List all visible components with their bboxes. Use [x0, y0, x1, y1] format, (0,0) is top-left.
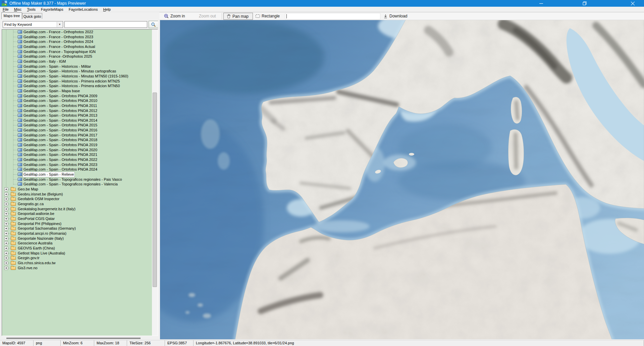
tree-item[interactable]: GeaMap.com - France - Orthophotos 2022 — [2, 30, 152, 35]
tree-item[interactable]: GeaMap.com - Spain - Historicos - Primer… — [2, 83, 152, 89]
expand-plus-icon[interactable] — [4, 192, 8, 196]
search-input[interactable] — [64, 21, 147, 28]
tree-item[interactable]: GeaMap.com - Spain - Ortofotos PNOA 2015 — [2, 123, 152, 128]
tree-folder-item[interactable]: Geogratis.gc.ca — [2, 201, 152, 207]
tree-folder-item[interactable]: Getlost Maps Live (Australia) — [2, 251, 152, 256]
expand-plus-icon[interactable] — [4, 256, 8, 260]
rectangle-select-button[interactable]: Rectangle — [256, 12, 280, 20]
download-button[interactable]: Download — [383, 12, 407, 20]
tree-item[interactable]: GeaMap.com - France - Orthophotos 2024 — [2, 39, 152, 44]
menu-item-favoritelocations[interactable]: FavoriteLocations — [66, 7, 101, 12]
menu-item-tools[interactable]: Tools — [24, 7, 38, 12]
close-button[interactable] — [625, 0, 640, 7]
expand-plus-icon[interactable] — [4, 217, 8, 221]
relief-map — [160, 20, 644, 339]
tree-item[interactable]: GeaMap.com - France - Topographique IGN — [2, 49, 152, 54]
tree-item[interactable]: GeaMap.com - Spain - Topograficos region… — [2, 182, 152, 187]
tree-item[interactable]: GeaMap.com - Spain - Ortofotos PNOA 2023 — [2, 162, 152, 167]
tree-folder-item[interactable]: Geofabrik OSM Inspector — [2, 196, 152, 201]
tree-vertical-scrollbar[interactable] — [152, 30, 158, 336]
zoom-out-button-disabled[interactable]: Zoom out — [199, 12, 216, 20]
tree-item[interactable]: GeaMap.com - Spain - Ortofotos PNOA 2011 — [2, 103, 152, 108]
tab-maps-tree[interactable]: Maps tree — [1, 12, 22, 19]
tree-item[interactable]: GeaMap.com - Spain - Ortofotos PNOA 2010 — [2, 98, 152, 103]
minimize-button[interactable] — [533, 0, 549, 7]
menu-item-misc[interactable]: Misc — [11, 7, 24, 12]
tree-item[interactable]: GeaMap.com - Spain - Ortofotos PNOA 2018 — [2, 137, 152, 142]
expand-plus-icon[interactable] — [4, 237, 8, 240]
tree-item[interactable]: GeaMap.com - Spain - Ortofotos PNOA 2013 — [2, 113, 152, 118]
tree-item[interactable]: GeaMap.com - Spain - Ortofotos PNOA 2017 — [2, 133, 152, 138]
expand-plus-icon[interactable] — [4, 207, 8, 211]
tree-folder-item[interactable]: Geoportale Nazionale (Italy) — [2, 236, 152, 241]
expand-plus-icon[interactable] — [4, 261, 8, 265]
tree-folder-item[interactable]: GeoPortal CGIS Qatar — [2, 216, 152, 221]
tree-item[interactable]: GeaMap.com - Spain - Topograficos region… — [2, 177, 152, 182]
tree-folder-item[interactable]: Geo.be Map — [2, 187, 152, 192]
tree-item[interactable]: GeaMap.com - Spain - Historicos - Milita… — [2, 64, 152, 69]
search-button[interactable] — [149, 21, 158, 28]
tree-item[interactable]: GeaMap.com - Spain - Ortofotos PNOA 2009 — [2, 94, 152, 99]
tree-folder-item[interactable]: Gis3.nve.no — [2, 266, 152, 271]
tree-item[interactable]: GeaMap.com - Spain - Relieve — [2, 172, 152, 177]
tree-item[interactable]: GeaMap.com - Spain - Historicos - Minuta… — [2, 69, 152, 74]
app-icon — [2, 1, 7, 6]
tree-item[interactable]: GeaMap.com - Spain - Ortofotos PNOA 2016 — [2, 128, 152, 133]
tree-folder-item[interactable]: Gezgin.gov.tr — [2, 255, 152, 261]
tree-item[interactable]: GeaMap.com - Spain - Ortofotos PNOA 2012 — [2, 108, 152, 113]
map-layer-icon — [18, 40, 22, 43]
tree-folder-item[interactable]: Geokatalog.buergernetz.bz.it (Italy) — [2, 207, 152, 212]
restore-button[interactable] — [577, 0, 592, 7]
folder-icon — [11, 212, 16, 216]
tree-folder-item[interactable]: Geoportal PH (Philippines) — [2, 221, 152, 226]
status-segment: EPSG:3857 — [165, 340, 194, 346]
expand-plus-icon[interactable] — [4, 222, 8, 226]
tree-folder-item[interactable]: Gis.rchss.sinica.edu.tw — [2, 261, 152, 266]
tree-item[interactable]: GeaMap.com - France - Orthophotos Actual — [2, 44, 152, 49]
menu-item-file[interactable]: File — [0, 7, 11, 12]
tree-folder-item[interactable]: Geobru.irisnet.be (Belgium) — [2, 192, 152, 197]
pan-map-button-active[interactable]: Pan map — [223, 13, 253, 20]
tree-item[interactable]: GeaMap.com - Spain - Historicos - Primer… — [2, 79, 152, 84]
map-viewport[interactable] — [160, 20, 644, 339]
tree-item[interactable]: GeaMap.com - Spain - Ortofotos PNOA 2021 — [2, 152, 152, 157]
tree-folder-item[interactable]: Geoportal.ancpi.ro (Romania) — [2, 231, 152, 236]
tree-horizontal-scrollbar[interactable] — [2, 337, 158, 340]
tree-folder-item[interactable]: Geoportal Sachsenatlas (Germany) — [2, 226, 152, 231]
menu-item-help[interactable]: Help — [101, 7, 114, 12]
find-mode-combobox[interactable]: Find by Keyword ▼ — [3, 21, 63, 28]
tree-item[interactable]: GeaMap.com - Spain - Ortofotos PNOA 2024 — [2, 167, 152, 172]
expand-plus-icon[interactable] — [4, 241, 8, 245]
toolbar-text-field[interactable] — [285, 13, 380, 19]
expand-plus-icon[interactable] — [4, 266, 8, 270]
expand-plus-icon[interactable] — [4, 227, 8, 230]
expand-plus-icon[interactable] — [4, 212, 8, 216]
tab-quick-goto[interactable]: Quick goto — [22, 13, 42, 19]
expand-plus-icon[interactable] — [4, 202, 8, 206]
expand-plus-icon[interactable] — [4, 187, 8, 191]
expand-plus-icon[interactable] — [4, 246, 8, 250]
folder-icon — [11, 197, 16, 201]
expand-plus-icon[interactable] — [4, 251, 8, 255]
tree-item[interactable]: GeaMap.com - Spain - Historicos - Minuta… — [2, 74, 152, 79]
expand-plus-icon[interactable] — [4, 232, 8, 235]
zoom-in-button[interactable]: Zoom in — [164, 12, 185, 20]
maps-tree[interactable]: GeaMap.com - France - Orthophotos 2022Ge… — [2, 30, 152, 336]
expand-plus-icon[interactable] — [4, 197, 8, 201]
map-layer-icon — [18, 45, 22, 48]
tree-item[interactable]: GeaMap.com - Spain - Mapa base — [2, 89, 152, 94]
tree-folder-item[interactable]: GEOVIS Earth (China) — [2, 246, 152, 251]
map-layer-icon — [18, 99, 22, 102]
tree-item[interactable]: GeaMap.com - Spain - Ortofotos PNOA 2014 — [2, 118, 152, 123]
tree-item[interactable]: GeaMap.com - Spain - Ortofotos PNOA 2022 — [2, 157, 152, 162]
chevron-down-icon[interactable]: ▼ — [57, 22, 62, 27]
tree-item[interactable]: GeaMap.com - France - Orthophotos 2023 — [2, 35, 152, 40]
tree-folder-item[interactable]: Geoportail.wallonie.be — [2, 211, 152, 216]
tree-folder-item[interactable]: Geoscience Australia — [2, 241, 152, 246]
tree-item[interactable]: GeaMap.com - Spain - Ortofotos PNOA 2020 — [2, 148, 152, 153]
folder-icon — [11, 256, 16, 260]
tree-item[interactable]: GeaMap.com - Spain - Ortofotos PNOA 2019 — [2, 142, 152, 148]
tree-item[interactable]: GeaMap.com - France -Orthophotos 2025 — [2, 54, 152, 59]
tree-item[interactable]: GeaMap.com - Italy - IGM — [2, 59, 152, 64]
menu-item-favoritemaps[interactable]: FavoriteMaps — [38, 7, 66, 12]
